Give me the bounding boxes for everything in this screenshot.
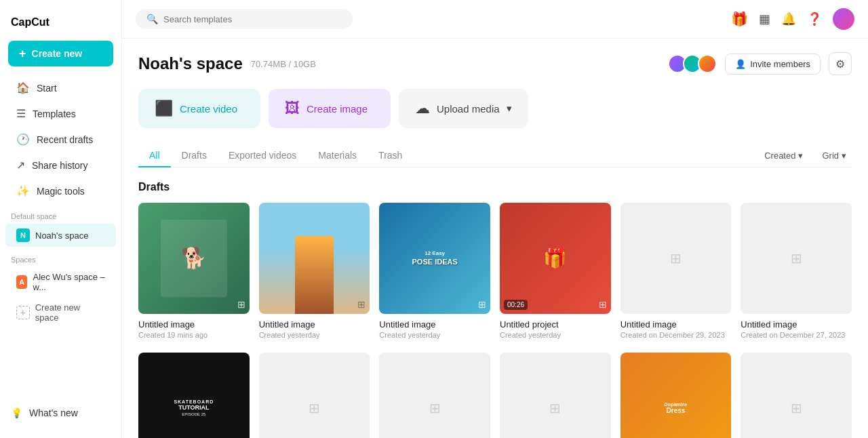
image-btn-icon: 🖼 (285, 100, 300, 117)
empty-thumb: ⊞ (620, 203, 732, 314)
tab-materials[interactable]: Materials (307, 144, 368, 167)
drafts-section: Drafts 🐕 ⊞ Untitled image Created 19 min (138, 181, 852, 438)
item-date: Created yesterday (259, 331, 370, 339)
sort-label: Created (764, 151, 795, 161)
draft-item[interactable]: ⊞ Untitled image Created on December 29,… (620, 203, 732, 339)
tab-trash[interactable]: Trash (368, 144, 413, 167)
sidebar-item-create-space[interactable]: + Create new space (5, 298, 116, 327)
space-title: Noah's space (138, 54, 243, 73)
sidebar-item-label: Start (37, 83, 57, 94)
draft-item[interactable]: ⊞ Untitled image Created on December 22,… (741, 353, 852, 438)
whats-new-icon: 💡 (11, 407, 22, 418)
topbar: 🔍 🎁 ▦ 🔔 ❓ (122, 0, 868, 39)
gift-icon[interactable]: 🎁 (731, 11, 748, 27)
image-type-icon: ⊞ (478, 299, 486, 310)
draft-item[interactable]: 🎁 00:26 ⊞ Untitled project Created yeste… (500, 203, 611, 339)
tabs-right: Created ▾ Grid ▾ (759, 148, 852, 163)
help-icon[interactable]: ❓ (807, 12, 822, 26)
item-date: Created on December 29, 2023 (620, 331, 732, 339)
sidebar-item-start[interactable]: 🏠 Start (5, 75, 116, 100)
draft-thumb: 🎁 00:26 ⊞ (500, 203, 611, 314)
sidebar-item-whats-new[interactable]: 💡 What's new (0, 401, 121, 424)
sidebar-nav: 🏠 Start ☰ Templates 🕐 Recent drafts ↗ Sh… (0, 75, 121, 396)
layout-icon[interactable]: ▦ (759, 12, 770, 26)
bell-icon[interactable]: 🔔 (781, 12, 796, 26)
item-date: Created 19 mins ago (138, 331, 250, 339)
add-space-icon: + (16, 306, 30, 319)
placeholder-icon: ⊞ (549, 400, 561, 416)
search-input[interactable] (163, 14, 342, 24)
drafts-title: Drafts (138, 181, 852, 193)
create-new-label: Create new (32, 48, 83, 59)
tab-drafts[interactable]: Drafts (171, 144, 218, 167)
space-name: Noah's space (35, 231, 88, 241)
draft-item[interactable]: ⊞ Untitled image Created on December 27,… (741, 203, 852, 339)
item-date: Created on December 27, 2023 (741, 331, 852, 339)
sidebar-item-recent-drafts[interactable]: 🕐 Recent drafts (5, 127, 116, 152)
sidebar-item-label: Share history (32, 160, 87, 171)
draft-item[interactable]: SKATEBOARD TUTORIAL EPISODE 25 ⊞ Untitle… (138, 353, 250, 438)
sidebar-item-alec-space[interactable]: A Alec Wu's space – w... (5, 267, 116, 297)
draft-item[interactable]: ⊞ Untitled image Created yesterday (259, 203, 370, 339)
item-name: Untitled image (138, 319, 250, 330)
plus-icon: + (19, 47, 26, 60)
home-icon: 🏠 (16, 81, 30, 94)
invite-icon: 👤 (735, 59, 746, 69)
create-video-button[interactable]: ⬛ Create video (138, 89, 260, 128)
draft-item[interactable]: 🐕 ⊞ Untitled image Created 19 mins ago (138, 203, 250, 339)
draft-thumb: Dopamine Dress ⊞ (620, 353, 732, 438)
user-avatar[interactable] (833, 8, 854, 30)
space-storage: 70.74MB / 10GB (251, 59, 316, 69)
topbar-actions: 🎁 ▦ 🔔 ❓ (731, 8, 854, 30)
sort-button[interactable]: Created ▾ (759, 148, 808, 163)
draft-item[interactable]: ⊞ Untitled image Created on December 26,… (259, 353, 370, 438)
image-type-icon: ⊞ (357, 299, 366, 310)
view-button[interactable]: Grid ▾ (816, 148, 852, 163)
draft-thumb: SKATEBOARD TUTORIAL EPISODE 25 ⊞ (138, 353, 250, 438)
draft-item[interactable]: Dopamine Dress ⊞ Untitled image Created … (620, 353, 732, 438)
sidebar-item-noah-space[interactable]: N Noah's space (5, 224, 116, 247)
video-type-icon: ⊞ (599, 299, 607, 310)
other-space-name: Alec Wu's space – w... (33, 272, 105, 292)
chevron-down-icon: ▾ (507, 102, 512, 115)
tab-all[interactable]: All (138, 144, 171, 167)
item-name: Untitled project (500, 319, 611, 330)
tabs: All Drafts Exported videos Materials Tra… (138, 144, 413, 167)
action-buttons: ⬛ Create video 🖼 Create image ☁ Upload m… (138, 89, 852, 128)
sidebar-item-templates[interactable]: ☰ Templates (5, 101, 116, 126)
sidebar-item-share-history[interactable]: ↗ Share history (5, 153, 116, 178)
settings-icon: ⚙ (835, 58, 845, 71)
draft-item[interactable]: 12 Easy POSE IDEAS ⊞ Untitled image Crea… (379, 203, 490, 339)
share-icon: ↗ (16, 159, 25, 172)
drafts-grid-row-2: SKATEBOARD TUTORIAL EPISODE 25 ⊞ Untitle… (138, 353, 852, 438)
placeholder-icon: ⊞ (791, 400, 802, 416)
placeholder-icon: ⊞ (670, 250, 682, 266)
create-image-button[interactable]: 🖼 Create image (269, 89, 391, 128)
draft-thumb: 🐕 ⊞ (138, 203, 250, 314)
draft-thumb: ⊞ (259, 203, 370, 314)
invite-members-button[interactable]: 👤 Invite members (725, 54, 821, 75)
create-video-label: Create video (180, 103, 237, 115)
tab-exported[interactable]: Exported videos (218, 144, 307, 167)
space-settings-button[interactable]: ⚙ (829, 52, 852, 75)
item-date: Created yesterday (379, 331, 490, 339)
main-content: 🔍 🎁 ▦ 🔔 ❓ Noah's space 70.74MB / 10GB (122, 0, 868, 438)
search-box[interactable]: 🔍 (136, 9, 353, 29)
upload-media-button[interactable]: ☁ Upload media ▾ (399, 89, 528, 128)
sidebar-item-magic-tools[interactable]: ✨ Magic tools (5, 178, 116, 203)
invite-label: Invite members (750, 59, 810, 69)
space-header-right: 👤 Invite members ⚙ (668, 52, 852, 75)
sidebar-item-label: Templates (33, 108, 76, 119)
item-name: Untitled image (259, 319, 370, 330)
member-avatars (668, 54, 717, 73)
draft-item[interactable]: ⊞ Untitled image Created on December 26,… (500, 353, 611, 438)
create-new-button[interactable]: + Create new (8, 41, 113, 66)
sidebar-item-label: Magic tools (37, 186, 85, 197)
draft-item[interactable]: ⊞ Untitled image Created on December 26,… (379, 353, 490, 438)
member-avatar-3 (698, 54, 717, 73)
drafts-grid-row-1: 🐕 ⊞ Untitled image Created 19 mins ago (138, 203, 852, 339)
sidebar-bottom: 💡 What's new (0, 396, 121, 430)
templates-icon: ☰ (16, 107, 26, 120)
video-icon: ⬛ (155, 100, 173, 117)
spaces-label: Spaces (0, 247, 121, 266)
